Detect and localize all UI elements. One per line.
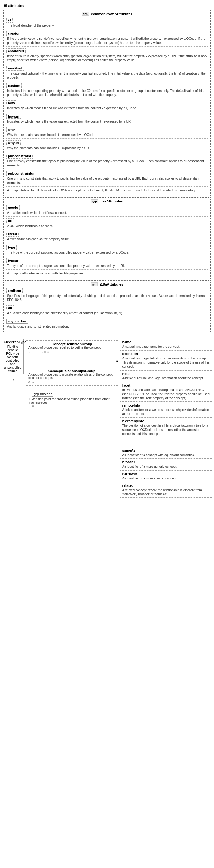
concept-rel-cardinality: 0..∞ (28, 381, 115, 384)
prop-broader: broader An identifier of a more generic … (120, 459, 213, 470)
flex-attributes-title: grp flexAttributes (6, 199, 208, 203)
prop-creatoruri: creatoruri If the attribute is empty, sp… (6, 48, 208, 62)
flex-attributes-group: grp flexAttributes qcode A qualified cod… (3, 197, 211, 279)
attributes-container: ▣ attributes grp commonPowerAttributes i… (2, 2, 212, 336)
any-other-i18n-label: any ##other (8, 319, 26, 323)
prop-whyuri: whyuri Why the metadata has been include… (6, 140, 208, 150)
prop-any-other-i18n: any ##other Any language and script rela… (6, 319, 208, 329)
connector-row: ■ (26, 360, 118, 363)
attributes-icon: ▣ (3, 3, 7, 7)
mid-section: FlexPropType Flexible generic PCL-type f… (2, 339, 212, 498)
prop-why: why Why the metadata has been included -… (6, 127, 208, 137)
prop-typeuri: typeuri The type of the concept assigned… (6, 258, 208, 268)
prop-note-group: A group attribute for all elements of a … (6, 188, 208, 192)
i18n-attributes-group: grp i18nAttributes xmllang Specifies the… (3, 280, 211, 332)
prop-modified: modified The date (and optionally, the t… (6, 66, 208, 80)
bottom-any-other-container: grp ##other Extension point for provider… (29, 390, 118, 407)
prop-name: name A natural language name for the con… (120, 339, 213, 350)
flex-prop-type-container: FlexPropType Flexible generic PCL-type f… (2, 339, 24, 382)
prop-same-as: sameAs An identifier of a concept with e… (120, 447, 213, 459)
prop-related: related A related concept, where the rel… (120, 482, 213, 498)
spacer (120, 439, 213, 445)
prop-note-flex: A group of attributes associated with fl… (6, 271, 208, 275)
connector-square: ■ (116, 360, 118, 363)
connector-arrow: → (10, 377, 15, 382)
i18n-attributes-title: grp i18nAttributes (6, 282, 208, 286)
right-properties: name A natural language name for the con… (120, 339, 213, 498)
flex-prop-type-box: FlexPropType Flexible generic PCL-type f… (2, 339, 24, 374)
prop-howuri: howuri Indicates by which means the valu… (6, 114, 208, 124)
prop-hierarchy-info: hierarchyInfo The position of a concept … (120, 417, 213, 437)
concept-rel-props: sameAs An identifier of a concept with e… (120, 447, 213, 498)
concept-definition-group: ConceptDefinitionGroup A group of proper… (26, 340, 118, 355)
prop-xmllang: xmllang Specifies the language of this p… (6, 288, 208, 302)
prop-creator: creator If the property value is not def… (6, 31, 208, 45)
common-power-attributes-title: grp commonPowerAttributes (6, 12, 208, 16)
prop-id: id The local identifier of the property. (6, 18, 208, 28)
prop-type: type The type of the concept assigned as… (6, 245, 208, 255)
prop-facet: facet In IMR 1.8 and later, facet is dep… (120, 382, 213, 402)
prop-how: how Indicates by which means the value w… (6, 100, 208, 110)
prop-pubconstraint: pubconstraint One or many constraints th… (6, 154, 208, 167)
prop-note: note Additional natural language informa… (120, 370, 213, 382)
prop-narrower: narrower An identifier of a more specifi… (120, 470, 213, 482)
bottom-any-other-box: grp ##other (32, 391, 54, 397)
connector-line (26, 361, 115, 361)
prop-literal: literal A fixed value assigned as the pr… (6, 231, 208, 241)
attributes-title: ▣ attributes (3, 3, 211, 7)
prop-remote-info: remoteInfo A link to an item or a web re… (120, 402, 213, 417)
prop-custom: custom Indicates if the corresponding pr… (6, 83, 208, 97)
prop-definition: definition A natural language definition… (120, 350, 213, 370)
concept-def-props: name A natural language name for the con… (120, 339, 213, 437)
concept-relationships-group: ConceptRelationshipsGroup A group of pro… (26, 367, 118, 386)
common-power-attributes-group: grp commonPowerAttributes id The local i… (3, 10, 211, 196)
prop-qcode: qcode A qualified code which identifies … (6, 205, 208, 215)
mid-center-groups: ConceptDefinitionGroup A group of proper… (26, 339, 118, 407)
prop-pubconstrainturi: pubconstrainturi One or many constraints… (6, 171, 208, 185)
prop-uri: uri A URI which identifies a concept. (6, 218, 208, 228)
prop-dir: dir A qualified code identifying the dir… (6, 305, 208, 315)
concept-def-cardinality: ←— ——→ 0..∞ (28, 350, 115, 353)
